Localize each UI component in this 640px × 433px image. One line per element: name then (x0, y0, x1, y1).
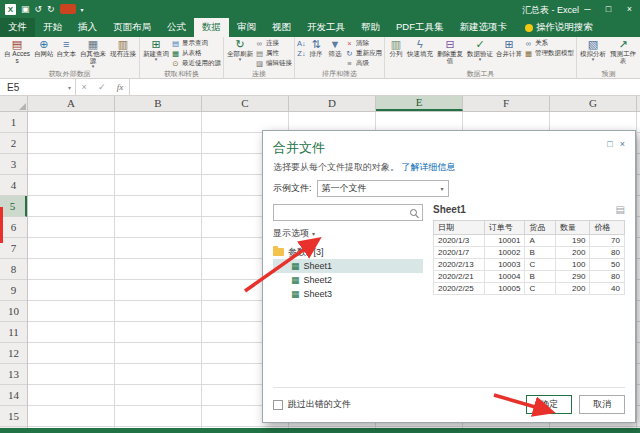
tree-item[interactable]: ▦Sheet2 (273, 273, 423, 287)
row-header[interactable]: 10 (0, 301, 27, 322)
ribbon-button[interactable]: ▦自其他来源▾ (78, 38, 108, 69)
window-title: 汇总表 - Excel (522, 4, 579, 17)
ribbon-button[interactable]: Z↓ (297, 48, 306, 58)
column-header[interactable]: G (550, 96, 637, 111)
ribbon-tab[interactable]: 新建选项卡 (452, 18, 516, 37)
ribbon-button[interactable]: ×清除 (345, 38, 382, 48)
combine-files-dialog: 合并文件 □ × 选择要从每个文件提取的对象。 了解详细信息 示例文件: 第一个… (262, 130, 636, 423)
close-icon[interactable]: × (619, 0, 640, 18)
row-header[interactable]: 1 (0, 112, 27, 133)
formula-input[interactable] (130, 79, 640, 95)
ribbon-button[interactable]: ≡自文本 (56, 38, 78, 57)
ribbon-button[interactable]: ▨编辑链接 (255, 58, 292, 68)
insert-function-icon[interactable]: fx (117, 82, 124, 92)
ribbon-button[interactable]: ▤自 Access (2, 38, 32, 64)
row-header[interactable]: 7 (0, 238, 27, 259)
ribbon-button[interactable]: ≡高级 (345, 58, 382, 68)
ribbon-button[interactable]: ↻全部刷新▾ (226, 38, 254, 62)
preview-cell: B (525, 247, 555, 259)
ribbon-button[interactable]: ▥分列 (387, 38, 405, 57)
select-all-corner[interactable] (0, 96, 28, 111)
search-box[interactable] (273, 204, 423, 221)
sample-file-select[interactable]: 第一个文件 ▾ (317, 180, 449, 197)
quick-access-customize-icon[interactable]: ▾ (81, 6, 84, 13)
row-header[interactable]: 12 (0, 343, 27, 364)
ok-button[interactable]: 确定 (526, 395, 572, 414)
cancel-button[interactable]: 取消 (579, 395, 625, 414)
tree-item[interactable]: ▦Sheet1 (273, 259, 423, 273)
row-header[interactable]: 14 (0, 385, 27, 406)
ribbon-button[interactable]: ⊙最近使用的源 (171, 58, 221, 68)
ribbon-button[interactable]: ⇅排序 (307, 38, 325, 57)
row-header[interactable]: 4 (0, 175, 27, 196)
ribbon-button[interactable]: ▧模拟分析▾ (579, 38, 607, 62)
row-header[interactable]: 8 (0, 259, 27, 280)
skip-errors-checkbox[interactable] (273, 400, 283, 410)
ribbon-tab[interactable]: 视图 (264, 18, 299, 37)
cancel-entry-icon[interactable]: × (82, 82, 87, 92)
restore-icon[interactable]: □ (598, 0, 619, 18)
row-header[interactable]: 15 (0, 406, 27, 427)
redo-icon[interactable]: ↻ (47, 0, 55, 18)
search-input[interactable] (279, 208, 410, 218)
dialog-close-icon[interactable]: × (620, 139, 625, 149)
row-header[interactable]: 3 (0, 154, 27, 175)
tell-me-search[interactable]: 操作说明搜索 (525, 18, 593, 37)
column-header[interactable]: E (376, 96, 463, 111)
column-header[interactable]: D (289, 96, 376, 111)
ribbon-tab[interactable]: 文件 (0, 18, 35, 37)
tree-root-folder[interactable]: 参数1 [3] (273, 245, 423, 259)
ribbon-button[interactable]: ▤显示查询 (171, 38, 221, 48)
ribbon-button[interactable]: ▦管理数据模型 (524, 48, 574, 58)
ribbon-tab[interactable]: 页面布局 (105, 18, 159, 37)
row-header[interactable]: 11 (0, 322, 27, 343)
ribbon-button[interactable]: ▼筛选 (326, 38, 344, 57)
ribbon-button[interactable]: ↻重新应用 (345, 48, 382, 58)
column-header[interactable]: C (202, 96, 289, 111)
display-options-dropdown[interactable]: 显示选项 ▾ (273, 227, 423, 240)
ribbon-button[interactable]: ϟ快速填充 (406, 38, 434, 57)
ribbon-tab[interactable]: 开发工具 (299, 18, 353, 37)
row-header[interactable]: 13 (0, 364, 27, 385)
confirm-entry-icon[interactable]: ✓ (98, 82, 106, 92)
column-header[interactable]: F (463, 96, 550, 111)
sort-icon: ⇅ (311, 38, 320, 50)
row-header[interactable]: 9 (0, 280, 27, 301)
save-icon[interactable]: ▣ (21, 0, 30, 18)
dialog-maximize-icon[interactable]: □ (607, 139, 612, 149)
ribbon-button[interactable]: A↓ (297, 38, 306, 48)
ribbon-tab[interactable]: 开始 (35, 18, 70, 37)
ribbon-tab[interactable]: 帮助 (353, 18, 388, 37)
ribbon-button[interactable]: ⊞新建查询▾ (142, 38, 170, 62)
column-header[interactable]: B (115, 96, 202, 111)
ribbon-button[interactable]: ↗预测工作表 (608, 38, 638, 64)
ribbon-tab[interactable]: 审阅 (229, 18, 264, 37)
tree-item[interactable]: ▦Sheet3 (273, 287, 423, 301)
name-box-caret-icon[interactable]: ▾ (68, 84, 71, 91)
ribbon-tab[interactable]: 数据 (194, 18, 229, 37)
addin-badge-icon[interactable] (60, 4, 76, 14)
ribbon-button[interactable]: ▤属性 (255, 48, 292, 58)
ribbon-tab[interactable]: 公式 (159, 18, 194, 37)
row-header[interactable]: 5 (0, 196, 27, 217)
ribbon-tab[interactable]: 插入 (70, 18, 105, 37)
ribbon-button[interactable]: ✓数据验证▾ (466, 38, 494, 62)
ribbon-button[interactable]: ⊟删除重复值 (435, 38, 465, 64)
undo-icon[interactable]: ↺ (35, 0, 43, 18)
ribbon-button[interactable]: ∞连接 (255, 38, 292, 48)
preview-row: 2020/1/710002B20080 (434, 247, 625, 259)
row-header[interactable]: 6 (0, 217, 27, 238)
ribbon-button[interactable]: ▦从表格 (171, 48, 221, 58)
filter-icon: ▼ (330, 38, 341, 50)
row-header[interactable]: 2 (0, 133, 27, 154)
column-header[interactable]: A (28, 96, 115, 111)
ribbon-tab[interactable]: PDF工具集 (388, 18, 452, 37)
ribbon-button[interactable]: ⊞合并计算 (495, 38, 523, 57)
excel-logo-icon[interactable]: X (5, 4, 16, 15)
minimize-icon[interactable]: ─ (577, 0, 598, 18)
ribbon-button[interactable]: ▥现有连接 (109, 38, 137, 57)
name-box[interactable]: E5 ▾ (0, 79, 76, 95)
learn-more-link[interactable]: 了解详细信息 (402, 162, 456, 172)
ribbon-button[interactable]: ⊕自网站 (33, 38, 55, 57)
ribbon-button[interactable]: ∞关系 (524, 38, 574, 48)
